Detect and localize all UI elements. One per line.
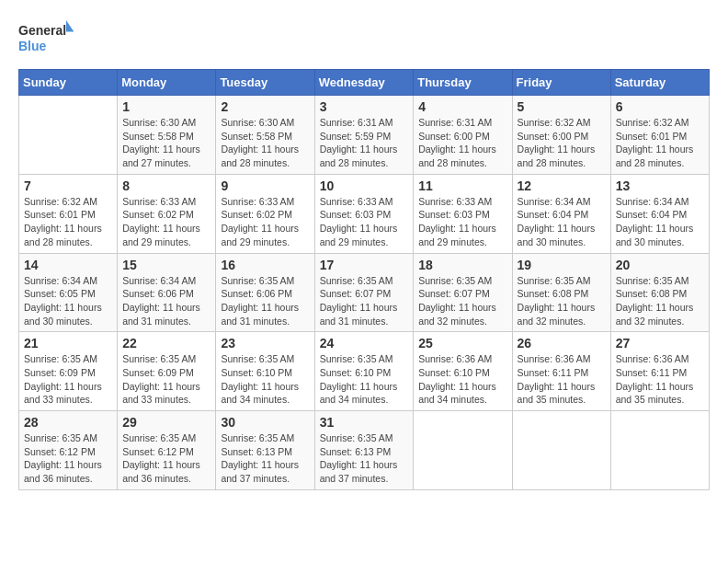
week-row-3: 14Sunrise: 6:34 AM Sunset: 6:05 PM Dayli… (19, 253, 710, 332)
day-cell: 8Sunrise: 6:33 AM Sunset: 6:02 PM Daylig… (118, 174, 216, 253)
day-cell: 18Sunrise: 6:35 AM Sunset: 6:07 PM Dayli… (414, 253, 512, 332)
day-number: 5 (518, 99, 606, 114)
day-number: 15 (122, 258, 210, 272)
day-cell: 30Sunrise: 6:35 AM Sunset: 6:13 PM Dayli… (216, 411, 314, 490)
day-info: Sunrise: 6:34 AM Sunset: 6:04 PM Dayligh… (616, 195, 704, 249)
day-cell: 23Sunrise: 6:35 AM Sunset: 6:10 PM Dayli… (216, 332, 314, 411)
day-info: Sunrise: 6:36 AM Sunset: 6:10 PM Dayligh… (418, 352, 506, 407)
day-info: Sunrise: 6:30 AM Sunset: 5:58 PM Dayligh… (221, 116, 309, 170)
logo-svg: General Blue (18, 18, 74, 60)
day-cell (512, 411, 610, 490)
day-cell: 31Sunrise: 6:35 AM Sunset: 6:13 PM Dayli… (314, 411, 414, 490)
day-info: Sunrise: 6:34 AM Sunset: 6:04 PM Dayligh… (518, 195, 606, 249)
day-info: Sunrise: 6:32 AM Sunset: 6:01 PM Dayligh… (24, 195, 112, 249)
col-header-wednesday: Wednesday (314, 70, 414, 96)
day-info: Sunrise: 6:32 AM Sunset: 6:01 PM Dayligh… (616, 116, 704, 170)
day-number: 1 (122, 99, 210, 114)
col-header-sunday: Sunday (19, 70, 118, 96)
week-row-5: 28Sunrise: 6:35 AM Sunset: 6:12 PM Dayli… (19, 411, 710, 490)
day-cell: 27Sunrise: 6:36 AM Sunset: 6:11 PM Dayli… (610, 332, 709, 411)
day-info: Sunrise: 6:34 AM Sunset: 6:05 PM Dayligh… (24, 274, 112, 328)
day-number: 12 (518, 178, 606, 193)
day-cell: 15Sunrise: 6:34 AM Sunset: 6:06 PM Dayli… (118, 253, 216, 332)
header: General Blue (18, 18, 710, 60)
day-cell: 6Sunrise: 6:32 AM Sunset: 6:01 PM Daylig… (610, 96, 709, 175)
day-info: Sunrise: 6:34 AM Sunset: 6:06 PM Dayligh… (122, 274, 210, 328)
logo: General Blue (18, 18, 74, 60)
day-cell: 5Sunrise: 6:32 AM Sunset: 6:00 PM Daylig… (512, 96, 610, 175)
day-cell: 13Sunrise: 6:34 AM Sunset: 6:04 PM Dayli… (610, 174, 709, 253)
day-cell: 19Sunrise: 6:35 AM Sunset: 6:08 PM Dayli… (512, 253, 610, 332)
day-number: 14 (24, 258, 112, 272)
day-cell: 11Sunrise: 6:33 AM Sunset: 6:03 PM Dayli… (414, 174, 512, 253)
day-cell (19, 96, 118, 175)
day-number: 13 (616, 178, 704, 193)
day-cell: 24Sunrise: 6:35 AM Sunset: 6:10 PM Dayli… (314, 332, 414, 411)
day-cell: 16Sunrise: 6:35 AM Sunset: 6:06 PM Dayli… (216, 253, 314, 332)
day-number: 20 (616, 258, 704, 272)
day-info: Sunrise: 6:31 AM Sunset: 5:59 PM Dayligh… (320, 116, 409, 170)
day-info: Sunrise: 6:35 AM Sunset: 6:07 PM Dayligh… (418, 274, 506, 328)
day-number: 22 (122, 336, 210, 350)
col-header-friday: Friday (512, 70, 610, 96)
header-row: SundayMondayTuesdayWednesdayThursdayFrid… (19, 70, 710, 96)
day-cell: 3Sunrise: 6:31 AM Sunset: 5:59 PM Daylig… (314, 96, 414, 175)
day-number: 18 (418, 258, 506, 272)
day-info: Sunrise: 6:35 AM Sunset: 6:09 PM Dayligh… (24, 352, 112, 407)
day-number: 16 (221, 258, 309, 272)
day-info: Sunrise: 6:35 AM Sunset: 6:08 PM Dayligh… (616, 274, 704, 328)
day-cell (610, 411, 709, 490)
day-number: 3 (320, 99, 409, 114)
svg-text:Blue: Blue (18, 39, 47, 53)
day-number: 28 (24, 415, 112, 430)
day-info: Sunrise: 6:33 AM Sunset: 6:03 PM Dayligh… (320, 195, 409, 249)
day-number: 4 (418, 99, 506, 114)
day-cell: 20Sunrise: 6:35 AM Sunset: 6:08 PM Dayli… (610, 253, 709, 332)
week-row-1: 1Sunrise: 6:30 AM Sunset: 5:58 PM Daylig… (19, 96, 710, 175)
day-cell: 28Sunrise: 6:35 AM Sunset: 6:12 PM Dayli… (19, 411, 118, 490)
day-cell: 9Sunrise: 6:33 AM Sunset: 6:02 PM Daylig… (216, 174, 314, 253)
day-info: Sunrise: 6:36 AM Sunset: 6:11 PM Dayligh… (518, 352, 606, 407)
day-cell: 14Sunrise: 6:34 AM Sunset: 6:05 PM Dayli… (19, 253, 118, 332)
day-number: 25 (418, 336, 506, 350)
day-cell: 22Sunrise: 6:35 AM Sunset: 6:09 PM Dayli… (118, 332, 216, 411)
day-cell: 26Sunrise: 6:36 AM Sunset: 6:11 PM Dayli… (512, 332, 610, 411)
day-info: Sunrise: 6:35 AM Sunset: 6:10 PM Dayligh… (221, 352, 309, 407)
day-number: 7 (24, 178, 112, 193)
day-info: Sunrise: 6:35 AM Sunset: 6:10 PM Dayligh… (320, 352, 409, 407)
svg-text:General: General (18, 23, 66, 38)
week-row-2: 7Sunrise: 6:32 AM Sunset: 6:01 PM Daylig… (19, 174, 710, 253)
calendar-table: SundayMondayTuesdayWednesdayThursdayFrid… (18, 69, 710, 490)
day-number: 8 (122, 178, 210, 193)
day-number: 6 (616, 99, 704, 114)
day-cell: 2Sunrise: 6:30 AM Sunset: 5:58 PM Daylig… (216, 96, 314, 175)
day-cell: 12Sunrise: 6:34 AM Sunset: 6:04 PM Dayli… (512, 174, 610, 253)
day-info: Sunrise: 6:35 AM Sunset: 6:09 PM Dayligh… (122, 352, 210, 407)
day-info: Sunrise: 6:31 AM Sunset: 6:00 PM Dayligh… (418, 116, 506, 170)
day-cell: 1Sunrise: 6:30 AM Sunset: 5:58 PM Daylig… (118, 96, 216, 175)
col-header-monday: Monday (118, 70, 216, 96)
day-info: Sunrise: 6:33 AM Sunset: 6:02 PM Dayligh… (221, 195, 309, 249)
day-number: 24 (320, 336, 409, 350)
day-number: 19 (518, 258, 606, 272)
day-info: Sunrise: 6:33 AM Sunset: 6:03 PM Dayligh… (418, 195, 506, 249)
day-number: 30 (221, 415, 309, 430)
svg-marker-2 (66, 20, 74, 31)
day-number: 26 (518, 336, 606, 350)
day-info: Sunrise: 6:35 AM Sunset: 6:13 PM Dayligh… (320, 431, 409, 486)
week-row-4: 21Sunrise: 6:35 AM Sunset: 6:09 PM Dayli… (19, 332, 710, 411)
day-cell: 29Sunrise: 6:35 AM Sunset: 6:12 PM Dayli… (118, 411, 216, 490)
day-cell: 10Sunrise: 6:33 AM Sunset: 6:03 PM Dayli… (314, 174, 414, 253)
day-number: 31 (320, 415, 409, 430)
day-info: Sunrise: 6:30 AM Sunset: 5:58 PM Dayligh… (122, 116, 210, 170)
day-number: 29 (122, 415, 210, 430)
col-header-tuesday: Tuesday (216, 70, 314, 96)
day-number: 9 (221, 178, 309, 193)
day-number: 27 (616, 336, 704, 350)
day-cell (414, 411, 512, 490)
day-info: Sunrise: 6:33 AM Sunset: 6:02 PM Dayligh… (122, 195, 210, 249)
col-header-saturday: Saturday (610, 70, 709, 96)
day-number: 11 (418, 178, 506, 193)
day-info: Sunrise: 6:35 AM Sunset: 6:13 PM Dayligh… (221, 431, 309, 486)
day-number: 21 (24, 336, 112, 350)
